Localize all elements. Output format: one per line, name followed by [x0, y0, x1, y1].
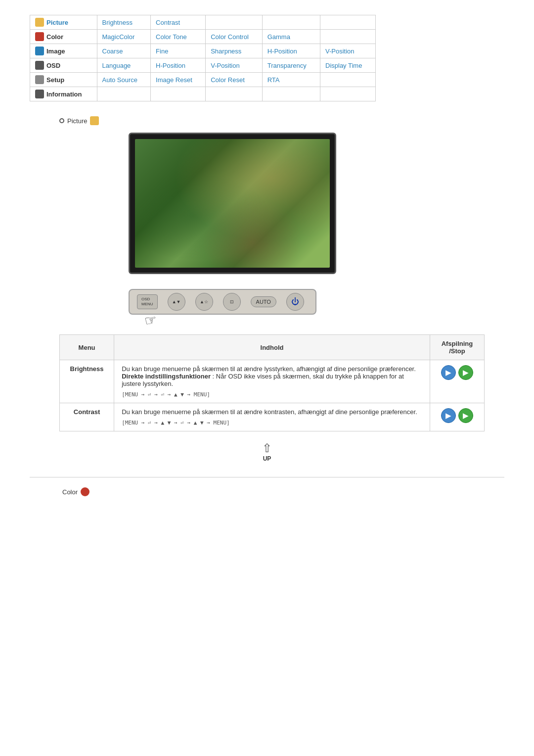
nav-link-color-reset[interactable]: Color Reset	[211, 76, 245, 84]
nav-item-picture-0[interactable]: Brightness	[97, 15, 151, 30]
brightness-icon: ▲☆	[200, 299, 208, 304]
nav-link-sharpness[interactable]: Sharpness	[211, 47, 241, 55]
nav-item-color-0[interactable]: MagicColor	[97, 30, 151, 44]
nav-item-setup-4	[320, 73, 376, 87]
nav-item-setup-0[interactable]: Auto Source	[97, 73, 151, 87]
nav-item-information-1	[151, 87, 206, 101]
nav-link-contrast[interactable]: Contrast	[156, 19, 180, 26]
section-dot	[59, 118, 64, 123]
nav-item-color-2[interactable]: Color Control	[206, 30, 263, 44]
nav-link-magiccolor[interactable]: MagicColor	[102, 33, 135, 41]
nav-link-image-reset[interactable]: Image Reset	[156, 76, 192, 84]
shortcut-brightness: [MENU → ⏎ → ⏎ → ▲ ▼ → MENU]	[122, 391, 422, 398]
nav-link-v-position[interactable]: V-Position	[211, 62, 240, 69]
action-buttons-brightness: ▶ ▶	[430, 360, 484, 403]
nav-text-color: Color	[46, 33, 63, 41]
picture-section-label: Picture	[67, 117, 87, 125]
nav-label-osd[interactable]: OSD	[30, 58, 97, 73]
menu-button[interactable]: OSDMENU	[137, 294, 158, 309]
play-button-contrast[interactable]: ▶	[441, 408, 456, 423]
up-label: UP	[30, 455, 504, 462]
nav-link-brightness[interactable]: Brightness	[102, 19, 133, 26]
nav-link-display-time[interactable]: Display Time	[325, 62, 362, 69]
shortcut-contrast: [MENU → ⏎ → ▲ ▼ → ⏎ → ▲ ▼ → MENU]	[122, 420, 422, 426]
nav-item-information-0	[97, 87, 151, 101]
stop-button-contrast[interactable]: ▶	[458, 408, 473, 423]
nav-link-v-position[interactable]: V-Position	[325, 47, 355, 55]
nav-item-osd-2[interactable]: V-Position	[206, 58, 263, 73]
nav-link-color-tone[interactable]: Color Tone	[156, 33, 187, 41]
nav-link-rta[interactable]: RTA	[267, 76, 280, 84]
nav-text-picture: Picture	[46, 19, 68, 26]
nav-item-setup-2[interactable]: Color Reset	[206, 73, 263, 87]
nav-item-image-3[interactable]: H-Position	[262, 44, 320, 58]
nav-label-information[interactable]: Information	[30, 87, 97, 101]
nav-link-fine[interactable]: Fine	[156, 47, 168, 55]
nav-item-picture-1[interactable]: Contrast	[151, 15, 206, 30]
content-text-brightness: Du kan bruge menuerne på skærmen til at …	[114, 360, 430, 403]
content-para-1: Du kan bruge menuerne på skærmen til at …	[122, 408, 422, 416]
nav-text-osd: OSD	[46, 62, 60, 69]
nav-item-setup-3[interactable]: RTA	[262, 73, 320, 87]
nav-link-auto-source[interactable]: Auto Source	[102, 76, 138, 84]
nav-text-setup: Setup	[46, 76, 64, 84]
content-para-0: Du kan bruge menuerne på skærmen til at …	[122, 365, 422, 387]
nav-label-setup[interactable]: Setup	[30, 73, 97, 87]
nav-item-information-2	[206, 87, 263, 101]
nav-item-color-1[interactable]: Color Tone	[151, 30, 206, 44]
auto-button[interactable]: AUTO	[251, 296, 276, 307]
nav-item-image-1[interactable]: Fine	[151, 44, 206, 58]
enter-button[interactable]: ⊡	[223, 293, 241, 311]
nav-label-picture[interactable]: Picture	[30, 15, 97, 30]
nav-item-picture-3	[262, 15, 320, 30]
updown-icon: ▲▼	[172, 299, 181, 304]
nav-label-color[interactable]: Color	[30, 30, 97, 44]
content-section: Menu Indhold Afspilning /Stop Brightness…	[30, 334, 504, 431]
nav-item-picture-4	[320, 15, 376, 30]
nav-link-h-position[interactable]: H-Position	[156, 62, 185, 69]
nav-item-information-3	[262, 87, 320, 101]
up-arrow-icon: ⇧	[262, 441, 272, 455]
nav-link-language[interactable]: Language	[102, 62, 131, 69]
osd-icon	[35, 61, 44, 70]
brightness-button[interactable]: ▲☆	[195, 293, 213, 311]
nav-item-color-3[interactable]: Gamma	[262, 30, 320, 44]
nav-link-color-control[interactable]: Color Control	[211, 33, 249, 41]
nav-link-coarse[interactable]: Coarse	[102, 47, 123, 55]
hand-pointer-icon: ☞	[143, 311, 158, 330]
nav-item-setup-1[interactable]: Image Reset	[151, 73, 206, 87]
nav-item-picture-2	[206, 15, 263, 30]
nav-item-osd-3[interactable]: Transparency	[262, 58, 320, 73]
menu-header: Menu	[60, 335, 114, 360]
power-button[interactable]: ⏻	[286, 293, 304, 311]
nav-link-h-position[interactable]: H-Position	[267, 47, 297, 55]
nav-item-osd-1[interactable]: H-Position	[151, 58, 206, 73]
section-divider	[30, 477, 504, 477]
nav-text-information: Information	[46, 91, 82, 98]
nav-link-transparency[interactable]: Transparency	[267, 62, 307, 69]
up-arrow-container: ⇧ UP	[30, 441, 504, 462]
nav-link-gamma[interactable]: Gamma	[267, 33, 290, 41]
nav-item-image-2[interactable]: Sharpness	[206, 44, 263, 58]
monitor-control-bar: OSDMENU ▲▼ ▲☆ ⊡ AUTO ⏻ ☞	[129, 289, 316, 315]
content-table: Menu Indhold Afspilning /Stop Brightness…	[59, 334, 485, 431]
nav-text-image: Image	[46, 47, 65, 55]
information-icon	[35, 90, 44, 98]
nav-item-information-4	[320, 87, 376, 101]
menu-item-contrast: Contrast	[60, 403, 114, 431]
power-icon: ⏻	[291, 297, 299, 306]
stop-button-brightness[interactable]: ▶	[458, 365, 473, 380]
image-icon	[35, 47, 44, 55]
updown-button[interactable]: ▲▼	[168, 293, 185, 311]
action-buttons-contrast: ▶ ▶	[430, 403, 484, 431]
color-section-header: Color	[59, 487, 504, 496]
picture-icon	[35, 18, 44, 27]
nav-label-image[interactable]: Image	[30, 44, 97, 58]
color-icon-small	[81, 487, 89, 496]
nav-item-image-4[interactable]: V-Position	[320, 44, 376, 58]
picture-section-header: Picture	[59, 116, 504, 125]
nav-item-osd-0[interactable]: Language	[97, 58, 151, 73]
nav-item-osd-4[interactable]: Display Time	[320, 58, 376, 73]
play-button-brightness[interactable]: ▶	[441, 365, 456, 380]
nav-item-image-0[interactable]: Coarse	[97, 44, 151, 58]
